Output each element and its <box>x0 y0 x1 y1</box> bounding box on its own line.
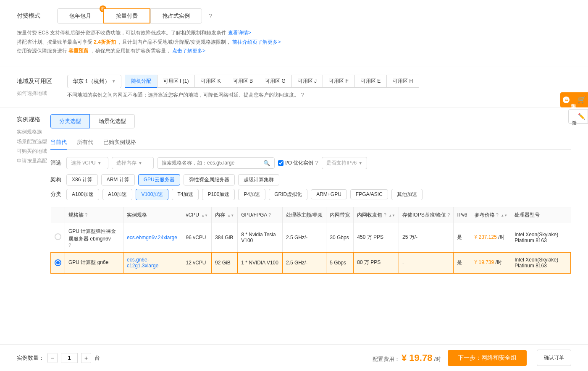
next-button[interactable]: 下一步：网络和安全组 <box>448 350 527 366</box>
tab-quantity[interactable]: 按量付费 <box>103 8 150 24</box>
cat-grid[interactable]: GRID虚拟化 <box>269 189 307 200</box>
region-section: 地域及可用区 华东 1（杭州） ▼ 随机分配 可用区 I (1) 可用区 K 可… <box>0 66 588 107</box>
help-icon-price[interactable]: ? <box>496 212 499 217</box>
col-memory[interactable]: 内存 ▲▼ <box>212 207 238 223</box>
cat-p4[interactable]: P4加速 <box>238 189 265 200</box>
col-processor: 处理器型号 <box>511 207 571 223</box>
cat-fpga[interactable]: FPGA/ASIC <box>350 189 388 199</box>
arch-arm[interactable]: ARM 计算 <box>101 174 135 186</box>
cat-p100[interactable]: P100加速 <box>202 189 235 200</box>
payment-link2[interactable]: 前往介绍页了解更多> <box>232 39 281 45</box>
region-tab-b[interactable]: 可用区 B <box>227 75 259 88</box>
cat-a100[interactable]: A100加速 <box>66 189 99 200</box>
tab-scene[interactable]: 场景化选型 <box>90 114 135 128</box>
help-icon-gpu[interactable]: ? <box>268 212 271 217</box>
arch-x86[interactable]: X86 计算 <box>66 174 98 186</box>
subtab-all[interactable]: 所有代 <box>77 135 93 150</box>
tab-spot[interactable]: 抢占式实例 <box>150 8 202 24</box>
arch-bare[interactable]: 弹性裸金属服务器 <box>184 174 235 186</box>
arch-super[interactable]: 超级计算集群 <box>238 174 279 186</box>
payment-link1[interactable]: 查看详情> <box>228 30 251 36</box>
arch-label: 架构 <box>50 176 63 183</box>
region-tab-g[interactable]: 可用区 G <box>259 75 292 88</box>
region-tab-h[interactable]: 可用区 H <box>386 75 419 88</box>
col-vcpu[interactable]: vCPU ▲▼ <box>182 207 212 223</box>
row1-bandwidth: 30 Gbps <box>326 223 354 252</box>
cat-v100[interactable]: V100加速 <box>136 189 168 200</box>
search-icon: 🔍 <box>263 160 270 166</box>
col-pps[interactable]: 内网收发包 ? ▲▼ <box>354 207 399 223</box>
tab-category[interactable]: 分类选型 <box>50 114 90 128</box>
cat-t4[interactable]: T4加速 <box>172 189 199 200</box>
col-price[interactable]: 参考价格 ? ▲▼ <box>471 207 511 223</box>
region-help-icon[interactable]: ? <box>301 91 304 98</box>
quantity-label: 实例数量： <box>17 354 44 362</box>
cart-icon: 🛒 <box>578 96 585 104</box>
region-tab-i[interactable]: 可用区 I (1) <box>157 75 195 88</box>
spec-link-quota[interactable]: 申请按量高配 <box>17 157 50 165</box>
price-value: ¥ 19.78 <box>402 353 432 363</box>
help-icon-iops[interactable]: ? <box>447 212 450 217</box>
memory-select[interactable]: 选择内存 ▼ <box>112 157 154 169</box>
search-input[interactable] <box>162 160 261 166</box>
region-tab-j[interactable]: 可用区 J <box>291 75 323 88</box>
quantity-input[interactable] <box>61 353 78 363</box>
feedback-button[interactable]: ✏️ 反馈 <box>568 109 588 124</box>
subtab-purchased[interactable]: 已购实例规格 <box>103 135 136 150</box>
radio-checked-icon[interactable] <box>55 259 61 266</box>
spec-link-region[interactable]: 可购买的地域 <box>17 148 50 155</box>
help-icon-family[interactable]: ? <box>85 212 87 217</box>
table-row[interactable]: GPU 计算型弹性裸金属服务器 ebmgn6v ? ecs.ebmgn6v.24… <box>51 223 571 252</box>
quantity-unit: 台 <box>94 354 100 362</box>
region-tab-random[interactable]: 随机分配 <box>125 75 158 88</box>
io-checkbox[interactable] <box>278 160 284 166</box>
row2-pps: 80 万 PPS <box>354 252 399 273</box>
row2-radio[interactable] <box>51 252 65 273</box>
spec-content: 分类选型 场景化选型 当前代 所有代 已购实例规格 筛选 选择 vCPU ▼ 选… <box>50 107 588 280</box>
subtab-current[interactable]: 当前代 <box>50 135 67 150</box>
cart-button[interactable]: 🛒 购物车 0 <box>560 92 588 107</box>
vcpu-select[interactable]: 选择 vCPU ▼ <box>66 157 108 169</box>
arch-gpu[interactable]: GPU云服务器 <box>138 174 180 186</box>
region-sub-label[interactable]: 如何选择地域 <box>17 90 67 97</box>
region-dropdown[interactable]: 华东 1（杭州） ▼ <box>67 75 121 88</box>
payment-tabs: 包年包月 惠 按量付费 抢占式实例 <box>57 8 202 24</box>
row2-bandwidth: 5 Gbps <box>326 252 354 273</box>
spec-link-family[interactable]: 实例规格族 <box>17 128 50 136</box>
region-tab-f[interactable]: 可用区 F <box>323 75 355 88</box>
chevron-down-icon: ▼ <box>112 79 116 84</box>
region-info: 不同地域的实例之间内网互不相通；选择靠近您客户的地域，可降低网络时延、提高您客户… <box>67 91 304 99</box>
quantity-decrease[interactable]: − <box>47 353 58 363</box>
row2-instance[interactable]: ecs.gn6e-c12g1.3xlarge <box>123 252 182 273</box>
col-bandwidth: 内网带宽 <box>326 207 354 223</box>
vcpu-sort-icon: ▲▼ <box>201 214 208 217</box>
ipv6-select[interactable]: 是否支持IPv6 ▼ <box>322 157 367 169</box>
region-tab-k[interactable]: 可用区 K <box>194 75 227 88</box>
help-icon-pps[interactable]: ? <box>384 212 386 217</box>
payment-help-icon[interactable]: ? <box>209 13 212 19</box>
memory-chevron-icon: ▼ <box>138 161 142 165</box>
region-label: 地域及可用区 <box>17 78 67 85</box>
cat-other[interactable]: 其他加速 <box>391 189 423 200</box>
category-row: 分类 A100加速 A10加速 V100加速 T4加速 P100加速 P4加速 … <box>50 189 571 200</box>
payment-link3[interactable]: 点击了解更多> <box>172 48 205 54</box>
spec-link-scene[interactable]: 场景配置选型 <box>17 138 50 145</box>
spec-section: 实例规格 实例规格族 场景配置选型 可购买的地域 申请按量高配 分类选型 场景化… <box>0 107 588 280</box>
memory-sort-icon: ▲▼ <box>227 214 234 217</box>
cat-arm-gpu[interactable]: ARM+GPU <box>311 189 347 199</box>
confirm-button[interactable]: 确认订单 <box>537 350 571 366</box>
spec-search[interactable]: 🔍 <box>157 157 275 169</box>
io-help-icon[interactable]: ? <box>315 159 318 166</box>
tab-yearly[interactable]: 包年包月 惠 <box>57 8 103 24</box>
row2-iops: - <box>399 252 454 273</box>
quantity-increase[interactable]: + <box>81 353 91 363</box>
region-tab-e[interactable]: 可用区 E <box>354 75 387 88</box>
cat-a10[interactable]: A10加速 <box>102 189 132 200</box>
row2-memory: 92 GiB <box>212 252 238 273</box>
table-row[interactable]: GPU 计算型 gn6e ecs.gn6e-c12g1.3xlarge 12 v… <box>51 252 571 273</box>
io-check[interactable]: I/O 优化实例 ? <box>278 159 318 167</box>
radio-icon[interactable] <box>55 233 61 240</box>
row1-radio[interactable] <box>51 223 65 252</box>
row1-instance[interactable]: ecs.ebmgn6v.24xlarge <box>123 223 182 252</box>
row1-freq: 2.5 GHz/- <box>283 223 326 252</box>
